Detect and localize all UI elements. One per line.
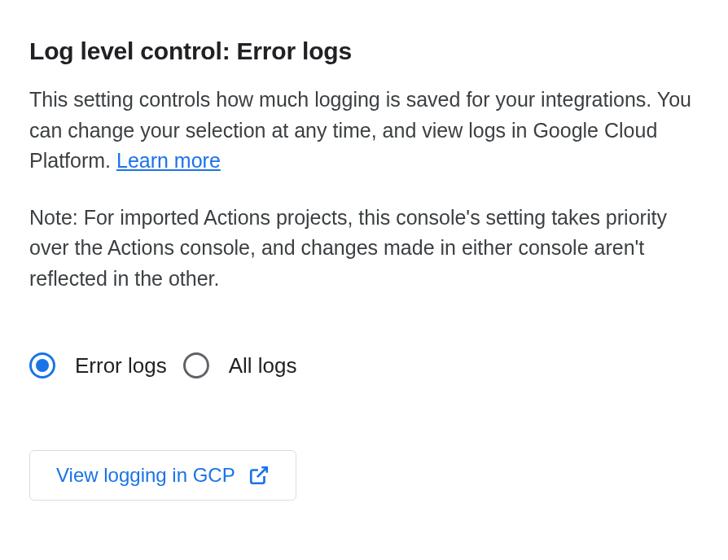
svg-line-0 [257,467,267,477]
radio-button-unselected-icon [183,352,209,378]
learn-more-link[interactable]: Learn more [116,149,221,172]
description-text: This setting controls how much logging i… [29,85,697,177]
log-level-radio-group: Error logs All logs [29,352,699,378]
radio-label-error-logs: Error logs [75,353,167,378]
note-text: Note: For imported Actions projects, thi… [29,203,697,295]
radio-label-all-logs: All logs [229,353,297,378]
radio-option-error-logs[interactable]: Error logs [29,352,167,378]
external-link-icon [248,465,270,486]
view-button-label: View logging in GCP [56,464,235,487]
radio-button-selected-icon [29,352,55,378]
view-logging-gcp-button[interactable]: View logging in GCP [29,450,296,501]
page-heading: Log level control: Error logs [29,37,699,65]
radio-option-all-logs[interactable]: All logs [183,352,297,378]
